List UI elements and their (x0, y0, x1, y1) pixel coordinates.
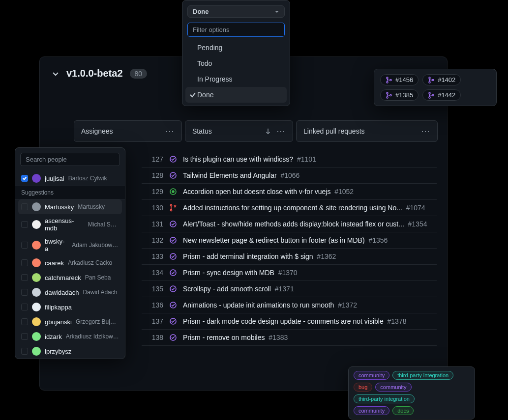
issue-row[interactable]: 136Animations - update init animations t… (142, 297, 437, 313)
issue-row[interactable]: 133Prism - add terminal integration with… (142, 249, 437, 265)
issue-id: #1362 (317, 252, 336, 260)
realname: Pan Seba (85, 274, 111, 281)
issue-id: #1383 (269, 334, 288, 341)
issue-row[interactable]: 132New newsletter page & redirect button… (142, 232, 437, 249)
issue-id: #1101 (297, 155, 316, 163)
checkbox-icon[interactable] (21, 274, 28, 281)
label-third-party-integration[interactable]: third-party integration (354, 394, 415, 403)
status-done-icon (169, 269, 177, 277)
issue-row[interactable]: 131Alert/Toast - show/hide methods adds … (142, 216, 437, 232)
more-icon[interactable]: ⋯ (421, 126, 430, 137)
label-row: communitythird-party integration (354, 371, 470, 380)
assignee-suggestion-row[interactable]: dawidadachDawid Adach (15, 285, 125, 300)
assignee-suggestion-row[interactable]: catchmareckPan Seba (15, 270, 125, 285)
assignee-suggestion-row[interactable]: filipkappa (15, 300, 125, 314)
row-number: 137 (149, 317, 163, 325)
issue-row[interactable]: 129Accordion open but doesnt close with … (142, 184, 437, 200)
label-community[interactable]: community (375, 383, 411, 392)
row-number: 138 (149, 334, 163, 341)
filter-selected-value[interactable]: Done (187, 5, 285, 18)
checkbox-icon[interactable] (21, 318, 28, 325)
column-header-status[interactable]: Status ⋯ (185, 120, 293, 142)
assignee-suggestion-row[interactable]: caarekArkadiusz Cacko (15, 255, 125, 270)
username: idzark (45, 333, 62, 340)
row-number: 128 (149, 171, 163, 179)
check-icon (189, 91, 196, 98)
filter-option-pending[interactable]: Pending (182, 40, 290, 56)
pr-pill[interactable]: #1402 (422, 74, 461, 85)
issue-row[interactable]: 138Prism - remove on mobiles #1383 (142, 330, 437, 346)
more-icon[interactable]: ⋯ (276, 126, 286, 137)
pr-pill[interactable]: #1456 (380, 74, 418, 85)
avatar (32, 202, 41, 211)
more-icon[interactable]: ⋯ (165, 126, 175, 137)
suggestions-header: Suggestions (15, 186, 125, 199)
pr-pill[interactable]: #1442 (422, 89, 461, 101)
svg-point-1 (387, 81, 388, 83)
realname: Grzegorz Bujański (76, 318, 119, 325)
selected-assignee-row[interactable]: juujisai Bartosz Cylwik (15, 171, 125, 186)
checkbox-icon[interactable] (21, 348, 28, 355)
issue-row[interactable]: 134Prism - sync design with MDB #1370 (142, 265, 437, 281)
assignees-filter-panel: juujisai Bartosz Cylwik Suggestions Mart… (15, 147, 125, 359)
checkbox-icon[interactable] (21, 221, 28, 228)
assignee-suggestion-row[interactable]: MartusskyMartussky (18, 199, 122, 214)
avatar (32, 258, 41, 267)
filter-search-input[interactable] (187, 23, 285, 37)
column-label: Assignees (81, 127, 113, 135)
filter-option-in-progress[interactable]: In Progress (182, 71, 290, 87)
status-done-icon (169, 220, 177, 228)
checkbox-icon[interactable] (21, 203, 28, 210)
issue-row[interactable]: 135Scrollspy - add smooth scroll #1371 (142, 281, 437, 297)
checkbox-icon[interactable] (21, 333, 28, 340)
pr-pill[interactable]: #1385 (380, 89, 418, 101)
linked-pr-panel: #1456#1402#1385#1442 (374, 69, 497, 106)
realname: Bartosz Cylwik (68, 175, 107, 182)
assignee-suggestion-row[interactable]: iprzybysz (15, 344, 125, 359)
label-docs[interactable]: docs (392, 406, 414, 415)
checkbox-icon[interactable] (21, 304, 28, 310)
status-done-icon (169, 285, 177, 293)
label-community[interactable]: community (354, 406, 389, 415)
username: juujisai (45, 175, 64, 182)
issue-row[interactable]: 130Added instructions for setting up com… (142, 200, 437, 216)
assignee-suggestion-row[interactable]: gbujanskiGrzegorz Bujański (15, 314, 125, 329)
issue-title: Prism - add terminal integration with $ … (183, 252, 430, 260)
column-header-linked-pr[interactable]: Linked pull requests ⋯ (296, 120, 438, 142)
issue-row[interactable]: 128Tailwind Elements and Angular #1066 (142, 168, 437, 184)
assignee-suggestion-row[interactable]: ascensus-mdbMichal Szy... (15, 214, 125, 235)
username: Martussky (45, 203, 74, 211)
issue-row[interactable]: 127Is this plugin can use with windicss?… (142, 151, 437, 168)
label-third-party-integration[interactable]: third-party integration (392, 371, 453, 380)
realname: Arkadiusz Idzikowski (66, 333, 119, 340)
row-number: 132 (149, 236, 163, 244)
filter-option-done[interactable]: Done (185, 87, 287, 103)
avatar (32, 317, 41, 326)
checkbox-icon[interactable] (21, 289, 28, 296)
label-bug[interactable]: bug (354, 383, 372, 392)
column-header-assignees[interactable]: Assignees ⋯ (74, 120, 182, 142)
arrow-down-icon[interactable] (265, 128, 271, 135)
checkbox-icon[interactable] (21, 259, 28, 266)
git-merge-icon (386, 92, 392, 99)
issue-id: #1354 (408, 220, 427, 228)
issue-row[interactable]: 137Prism - dark mode code design update … (142, 313, 437, 330)
issue-title: Accordion open but doesnt close with v-f… (183, 188, 430, 196)
label-community[interactable]: community (354, 371, 389, 380)
status-done-icon (169, 334, 177, 341)
filter-option-todo[interactable]: Todo (182, 56, 290, 71)
issue-title: Prism - dark mode code design update - c… (183, 317, 430, 325)
assignee-suggestion-row[interactable]: idzarkArkadiusz Idzikowski (15, 329, 125, 344)
status-done-icon (169, 301, 177, 309)
checkbox-icon[interactable] (21, 175, 28, 182)
chevron-down-icon[interactable] (52, 70, 60, 78)
checkbox-icon[interactable] (21, 242, 28, 249)
assignee-suggestion-row[interactable]: bwsky-aAdam Jakubowski (15, 235, 125, 255)
label-row: bugcommunitythird-party integration (354, 383, 470, 403)
svg-point-6 (387, 92, 388, 94)
search-people-input[interactable] (20, 153, 120, 166)
svg-point-4 (429, 81, 430, 83)
row-number: 129 (149, 188, 163, 196)
issue-title: Added instructions for setting up compon… (183, 204, 430, 212)
realname: Michal Szy... (88, 221, 119, 228)
